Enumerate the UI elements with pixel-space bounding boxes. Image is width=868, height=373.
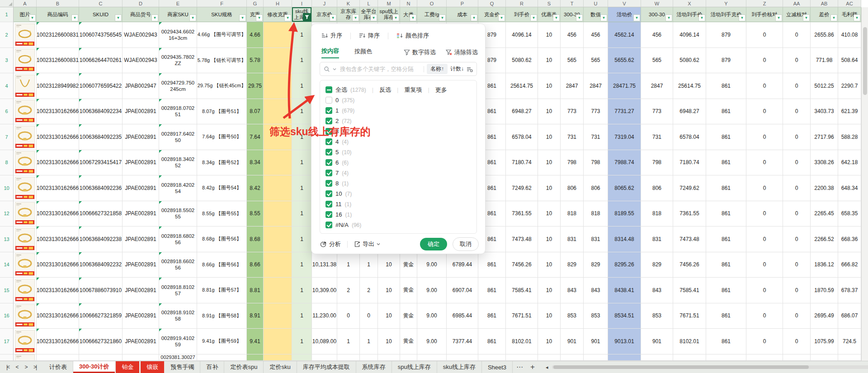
cell-F4[interactable]: 29.75g 【链长45cm】 (197, 73, 247, 99)
cell-Y2[interactable]: 879 (706, 22, 746, 48)
column-letter-E[interactable]: E (159, 0, 197, 7)
sheet-tab-系统库存[interactable]: 系统库存 (356, 361, 392, 373)
cell-L15[interactable]: 2 (360, 278, 378, 303)
cell-H8[interactable] (264, 150, 292, 176)
cell-B10[interactable]: 10023130162666 (37, 175, 79, 201)
cell-M15[interactable]: 10 (378, 278, 400, 303)
column-header-AB[interactable]: 差价▼ (811, 7, 838, 22)
cell-I2[interactable]: 1 (292, 22, 312, 48)
cell-V8[interactable]: 7988.74 (608, 150, 641, 176)
filter-value-item-16[interactable]: 16(1) (326, 209, 471, 220)
cell-N16[interactable]: 黄金 (400, 303, 417, 329)
cell-N17[interactable]: 黄金 (400, 329, 417, 354)
cell-F16[interactable]: 8.91g 【圈号58】 (197, 303, 247, 329)
column-header-E[interactable]: 商家SKU▼ (159, 7, 197, 22)
filter-dropdown-P[interactable]: ▼ (471, 14, 477, 21)
sheet-tab-300-30计价[interactable]: 300-30计价 (73, 361, 115, 373)
cell-C10[interactable]: 10063684092236 (79, 175, 123, 201)
cell-S10[interactable]: 10 (538, 175, 561, 201)
cell-X-partial[interactable] (673, 354, 706, 361)
cell-S12[interactable]: 10 (538, 201, 561, 227)
row-header-16[interactable]: 16 (0, 303, 14, 329)
cell-E17[interactable]: 0028919.410259 (159, 329, 197, 354)
row-header-7[interactable]: 7 (0, 124, 14, 150)
row-header-15[interactable]: 15 (0, 278, 14, 303)
filter-value-item-10[interactable]: 10(7) (326, 189, 471, 199)
cell-U2[interactable]: 456 (584, 22, 608, 48)
cell-AA13[interactable]: 0 (783, 227, 811, 252)
cell-D7[interactable]: JPAE002891 (123, 124, 159, 150)
filter-dropdown-Z[interactable]: ▼ (775, 14, 782, 21)
cell-E4[interactable]: 00294729.750245cm (159, 73, 197, 99)
cell-U7[interactable]: 731 (584, 124, 608, 150)
checked-checkbox[interactable] (326, 149, 332, 156)
cell-B4[interactable]: 10023128949982 (37, 73, 79, 99)
column-header-W[interactable]: 300-30▼ (641, 7, 673, 22)
sheet-tab-定价sku[interactable]: 定价sku (264, 361, 297, 373)
cell-C17[interactable]: 10066627321860 (79, 329, 123, 354)
cell-T17[interactable]: 901 (561, 329, 584, 354)
cell-S16[interactable]: 10 (538, 303, 561, 329)
checked-checkbox[interactable] (326, 128, 332, 135)
cell-P17[interactable]: 7377.44 (447, 329, 478, 354)
cell-D4[interactable]: JPAB002947 (123, 73, 159, 99)
cell-S-partial[interactable] (538, 354, 561, 361)
cell-L14[interactable]: 1 (360, 252, 378, 278)
cell-I4[interactable]: 1 (292, 73, 312, 99)
cell-T13[interactable]: 831 (561, 227, 584, 252)
cell-C-partial[interactable] (79, 354, 123, 361)
cell-O-partial[interactable] (417, 354, 447, 361)
column-header-Z[interactable]: 到手价核对▼ (746, 7, 783, 22)
cell-Y17[interactable]: 861 (706, 329, 746, 354)
cell-G4[interactable]: 29.75 (247, 73, 264, 99)
checked-checkbox[interactable] (326, 118, 332, 124)
cell-B-partial[interactable] (37, 354, 79, 361)
cell-T7[interactable]: 731 (561, 124, 584, 150)
column-header-C[interactable]: SKUID▼ (79, 7, 123, 22)
vertical-scrollbar-thumb[interactable] (863, 27, 867, 95)
column-header-T[interactable]: 300-30▼ (561, 7, 584, 22)
row-header-1[interactable]: 1 (0, 7, 14, 22)
cell-J-partial[interactable] (312, 354, 337, 361)
cell-T6[interactable]: 773 (561, 99, 584, 125)
sort-ascending-button[interactable]: 升序 (321, 32, 342, 40)
analyze-button[interactable]: 分析 (321, 240, 341, 248)
more-link[interactable]: 更多 (435, 86, 447, 94)
cell-P15[interactable]: 6907.04 (447, 278, 478, 303)
cell-Y6[interactable]: 861 (706, 99, 746, 125)
cell-D6[interactable]: JPAE002891 (123, 99, 159, 125)
cell-T14[interactable]: 829 (561, 252, 584, 278)
cell-W8[interactable]: 798 (641, 150, 673, 176)
cell-W4[interactable]: 2847 (641, 73, 673, 99)
cell-A12[interactable] (14, 201, 37, 227)
cell-E14[interactable]: 0028918.660256 (159, 252, 197, 278)
cell-P16[interactable]: 6985.44 (447, 303, 478, 329)
cell-I6[interactable]: 1 (292, 99, 312, 125)
filter-search-input[interactable] (339, 66, 421, 73)
cell-Q-partial[interactable] (478, 354, 506, 361)
column-letter-T[interactable]: T (561, 0, 584, 7)
cell-B6[interactable]: 10023130162666 (37, 99, 79, 125)
column-letter-I[interactable]: I (292, 0, 312, 7)
cell-F7[interactable]: 7.64g 【圈号50】 (197, 124, 247, 150)
cell-L16[interactable]: 0 (360, 303, 378, 329)
cell-R10[interactable]: 7249.62 (506, 175, 538, 201)
cell-X14[interactable]: 7456.26 (673, 252, 706, 278)
cell-H7[interactable] (264, 124, 292, 150)
cell-A17[interactable] (14, 329, 37, 354)
cell-K15[interactable]: 2 (337, 278, 360, 303)
cell-C7[interactable]: 10063684092235 (79, 124, 123, 150)
cell-R17[interactable]: 8102.01 (506, 329, 538, 354)
more-sheets-button[interactable]: ⋯ (513, 361, 527, 373)
cell-Z7[interactable]: 0 (746, 124, 783, 150)
cell-F17[interactable]: 9.41g 【圈号59】 (197, 329, 247, 354)
cell-A8[interactable] (14, 150, 37, 176)
cell-AB2[interactable]: 2655.86 (811, 22, 838, 48)
column-letter-U[interactable]: U (584, 0, 608, 7)
cell-AA10[interactable]: 0 (783, 175, 811, 201)
cell-S15[interactable]: 10 (538, 278, 561, 303)
sort-by-name-button[interactable]: 名称↑ (427, 64, 448, 74)
cell-T4[interactable]: 2847 (561, 73, 584, 99)
cell-X17[interactable]: 8102.01 (673, 329, 706, 354)
cell-AA14[interactable]: 0 (783, 252, 811, 278)
